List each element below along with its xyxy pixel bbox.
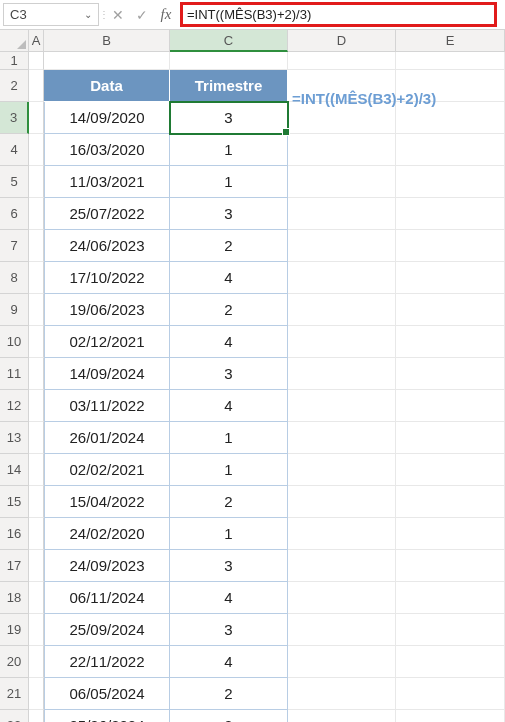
cell-data[interactable]: 06/11/2024 bbox=[44, 582, 170, 614]
row-header[interactable]: 13 bbox=[0, 422, 29, 454]
row-header[interactable]: 11 bbox=[0, 358, 29, 390]
cell[interactable] bbox=[29, 102, 44, 134]
cell[interactable] bbox=[396, 390, 505, 422]
cell[interactable] bbox=[29, 52, 44, 70]
cell[interactable] bbox=[44, 52, 170, 70]
cell[interactable] bbox=[29, 198, 44, 230]
row-header[interactable]: 1 bbox=[0, 52, 29, 70]
cell-trimestre[interactable]: 4 bbox=[170, 390, 288, 422]
cell[interactable] bbox=[396, 166, 505, 198]
cell[interactable] bbox=[288, 550, 396, 582]
cell[interactable] bbox=[288, 134, 396, 166]
cell-data[interactable]: 16/03/2020 bbox=[44, 134, 170, 166]
cell[interactable] bbox=[29, 390, 44, 422]
cell[interactable] bbox=[288, 614, 396, 646]
cell-trimestre[interactable]: 1 bbox=[170, 518, 288, 550]
chevron-down-icon[interactable]: ⌄ bbox=[84, 9, 92, 20]
cell-data[interactable]: 17/10/2022 bbox=[44, 262, 170, 294]
col-header-D[interactable]: D bbox=[288, 30, 396, 52]
table-header-data[interactable]: Data bbox=[44, 70, 170, 102]
row-header[interactable]: 14 bbox=[0, 454, 29, 486]
cancel-formula-button[interactable]: ✕ bbox=[106, 0, 130, 29]
cell[interactable] bbox=[396, 70, 505, 102]
enter-formula-button[interactable]: ✓ bbox=[130, 0, 154, 29]
cell-data[interactable]: 24/09/2023 bbox=[44, 550, 170, 582]
cell[interactable] bbox=[288, 102, 396, 134]
col-header-C[interactable]: C bbox=[170, 30, 288, 52]
cell-data[interactable]: 22/11/2022 bbox=[44, 646, 170, 678]
cell[interactable] bbox=[396, 102, 505, 134]
row-header[interactable]: 4 bbox=[0, 134, 29, 166]
table-header-trimestre[interactable]: Trimestre bbox=[170, 70, 288, 102]
row-header[interactable]: 17 bbox=[0, 550, 29, 582]
cell[interactable] bbox=[396, 326, 505, 358]
cell[interactable] bbox=[29, 646, 44, 678]
formula-input[interactable] bbox=[187, 7, 490, 22]
cell[interactable] bbox=[288, 678, 396, 710]
cell[interactable] bbox=[288, 294, 396, 326]
cell[interactable] bbox=[396, 678, 505, 710]
cell[interactable] bbox=[288, 454, 396, 486]
cell-data[interactable]: 25/07/2022 bbox=[44, 198, 170, 230]
cell[interactable] bbox=[29, 134, 44, 166]
cell[interactable] bbox=[288, 166, 396, 198]
row-header[interactable]: 15 bbox=[0, 486, 29, 518]
cell[interactable] bbox=[29, 550, 44, 582]
cell[interactable] bbox=[29, 518, 44, 550]
row-header[interactable]: 10 bbox=[0, 326, 29, 358]
cell-trimestre[interactable]: 3 bbox=[170, 198, 288, 230]
cell[interactable] bbox=[396, 486, 505, 518]
cell-trimestre[interactable]: 1 bbox=[170, 454, 288, 486]
cell[interactable] bbox=[396, 646, 505, 678]
cell-data[interactable]: 24/02/2020 bbox=[44, 518, 170, 550]
cell-trimestre[interactable]: 4 bbox=[170, 646, 288, 678]
cell-trimestre[interactable]: 4 bbox=[170, 326, 288, 358]
cell[interactable] bbox=[29, 422, 44, 454]
cell-trimestre[interactable]: 4 bbox=[170, 262, 288, 294]
cell-trimestre[interactable]: 3 bbox=[170, 614, 288, 646]
col-header-B[interactable]: B bbox=[44, 30, 170, 52]
cell-data[interactable]: 14/09/2024 bbox=[44, 358, 170, 390]
cell[interactable] bbox=[288, 518, 396, 550]
cell[interactable] bbox=[288, 326, 396, 358]
row-header[interactable]: 3 bbox=[0, 102, 29, 134]
row-header[interactable]: 9 bbox=[0, 294, 29, 326]
cell[interactable] bbox=[29, 230, 44, 262]
cell[interactable] bbox=[396, 614, 505, 646]
cell-data[interactable]: 11/03/2021 bbox=[44, 166, 170, 198]
cell[interactable] bbox=[29, 294, 44, 326]
row-header[interactable]: 8 bbox=[0, 262, 29, 294]
cell-trimestre[interactable]: 3 bbox=[170, 550, 288, 582]
cell[interactable] bbox=[29, 614, 44, 646]
cell[interactable] bbox=[288, 422, 396, 454]
row-header[interactable]: 21 bbox=[0, 678, 29, 710]
row-header[interactable]: 7 bbox=[0, 230, 29, 262]
cell[interactable] bbox=[396, 262, 505, 294]
row-header[interactable]: 2 bbox=[0, 70, 29, 102]
cell[interactable] bbox=[170, 52, 288, 70]
cell-trimestre[interactable]: 1 bbox=[170, 134, 288, 166]
cell[interactable] bbox=[29, 486, 44, 518]
cell[interactable] bbox=[29, 582, 44, 614]
cell-trimestre[interactable]: 3 bbox=[170, 358, 288, 390]
cell[interactable] bbox=[29, 710, 44, 722]
cell-trimestre[interactable]: 4 bbox=[170, 582, 288, 614]
cell-trimestre[interactable]: 2 bbox=[170, 678, 288, 710]
cell[interactable] bbox=[396, 454, 505, 486]
selected-cell[interactable]: 3 bbox=[170, 102, 288, 134]
cell[interactable] bbox=[288, 198, 396, 230]
row-header[interactable]: 12 bbox=[0, 390, 29, 422]
cell[interactable] bbox=[288, 52, 396, 70]
col-header-E[interactable]: E bbox=[396, 30, 505, 52]
cell-data[interactable]: 02/02/2021 bbox=[44, 454, 170, 486]
cell[interactable] bbox=[29, 262, 44, 294]
cell-trimestre[interactable]: 2 bbox=[170, 486, 288, 518]
cell-data[interactable]: 24/06/2023 bbox=[44, 230, 170, 262]
cell[interactable] bbox=[396, 582, 505, 614]
row-header[interactable]: 19 bbox=[0, 614, 29, 646]
cell-data[interactable]: 25/09/2024 bbox=[44, 614, 170, 646]
cell-trimestre[interactable]: 2 bbox=[170, 230, 288, 262]
cell[interactable] bbox=[29, 166, 44, 198]
cell-trimestre[interactable]: 2 bbox=[170, 294, 288, 326]
cell[interactable] bbox=[288, 582, 396, 614]
